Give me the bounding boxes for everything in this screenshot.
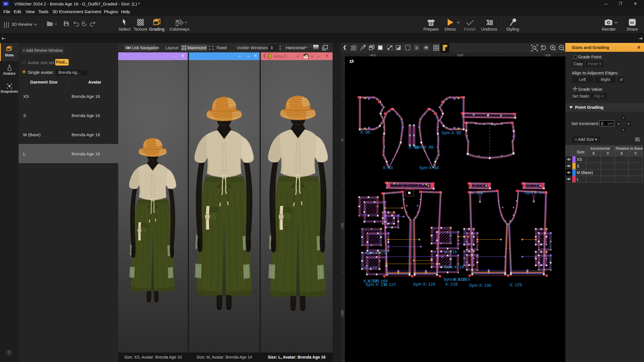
svg-text:Size: Size [577,150,584,154]
svg-text:Relative to Base: Relative to Base [616,146,643,151]
svg-text:X: X [620,151,623,156]
svg-text:M (Base): M (Base) [577,170,593,175]
svg-text:sz: sz [630,20,634,25]
svg-text:100: 100 [341,223,344,228]
svg-text:Incremental: Incremental [590,146,610,151]
svg-text:0: 0 [341,139,344,141]
svg-text:Y: Y [607,151,609,156]
svg-text:X: X [592,151,595,156]
svg-text:1: 1 [486,19,490,26]
svg-text:XS: XS [577,157,582,162]
svg-text:Sym X: 99: Sym X: 99 [414,145,433,149]
svg-text:Sym X: 130: Sym X: 130 [469,283,491,288]
svg-text:X: 129: X: 129 [509,282,522,287]
svg-text:X: 127: X: 127 [384,282,396,287]
svg-text:L: L [577,177,579,181]
svg-text:X: 93: X: 93 [383,165,393,170]
svg-text:Y: Y [634,151,637,156]
svg-text:i: i [416,46,417,50]
svg-text:S: S [577,164,579,168]
svg-text:X: 96: X: 96 [360,130,370,134]
svg-text:Sym X: 95: Sym X: 95 [441,130,461,135]
svg-text:m X: 163: m X: 163 [453,277,470,282]
svg-text:Sym X: 128: Sym X: 128 [413,282,435,286]
svg-text:Sym X: 94: Sym X: 94 [419,165,439,170]
svg-text:X: 218: X: 218 [445,282,457,286]
svg-text:200: 200 [341,310,344,316]
